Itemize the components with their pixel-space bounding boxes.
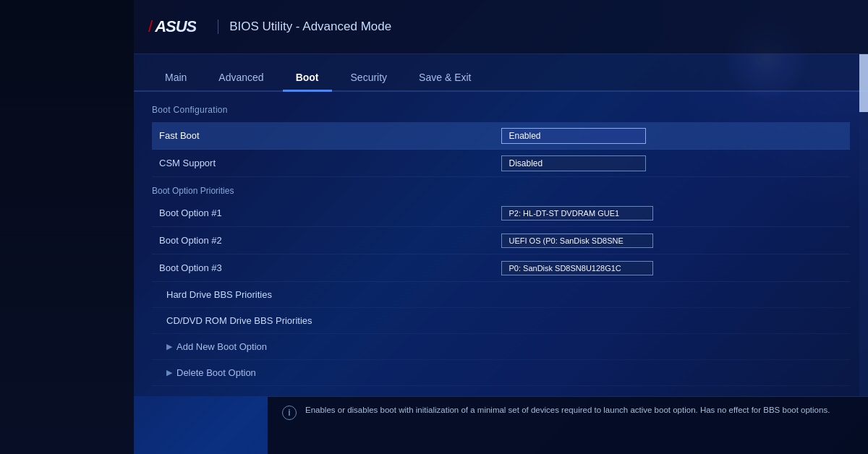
scrollbar[interactable]	[859, 54, 868, 396]
bios-title: BIOS Utility - Advanced Mode	[218, 20, 391, 34]
csm-support-value-cell: Disabled	[501, 155, 851, 171]
boot-opt-1-value[interactable]: P2: HL-DT-ST DVDRAM GUE1	[501, 206, 653, 220]
scrollbar-thumb[interactable]	[859, 54, 868, 112]
add-new-boot-item[interactable]: ▶ Add New Boot Option	[152, 334, 850, 360]
hard-drive-bbs-label: Hard Drive BBS Priorities	[166, 289, 509, 300]
info-text: Enables or disables boot with initializa…	[305, 404, 830, 416]
expand-arrow-icon: ▶	[166, 342, 172, 351]
tab-security[interactable]: Security	[338, 66, 401, 90]
header: / ASUS BIOS Utility - Advanced Mode	[134, 0, 868, 54]
tab-boot[interactable]: Boot	[283, 66, 332, 90]
tab-save-exit[interactable]: Save & Exit	[406, 66, 484, 90]
boot-opt-1-value-cell: P2: HL-DT-ST DVDRAM GUE1	[501, 206, 851, 220]
cddvd-bbs-label: CD/DVD ROM Drive BBS Priorities	[166, 315, 509, 326]
boot-opt-1-label: Boot Option #1	[152, 207, 501, 218]
expand-arrow2-icon: ▶	[166, 368, 172, 377]
info-icon: i	[282, 406, 297, 420]
boot-opt-2-value-cell: UEFI OS (P0: SanDisk SD8SNE	[501, 234, 851, 248]
csm-support-value[interactable]: Disabled	[501, 155, 646, 171]
delete-boot-item[interactable]: ▶ Delete Boot Option	[152, 360, 850, 386]
info-bar: i Enables or disables boot with initiali…	[268, 396, 868, 454]
fast-boot-value-cell: Enabled	[501, 128, 851, 144]
boot-opt-3-label: Boot Option #3	[152, 262, 501, 273]
boot-opt-1-row[interactable]: Boot Option #1 P2: HL-DT-ST DVDRAM GUE1	[152, 200, 850, 227]
nav-tabs: Main Advanced Boot Security Save & Exit	[134, 54, 868, 92]
section2-label: Boot Option Priorities	[152, 186, 850, 196]
boot-opt-2-value[interactable]: UEFI OS (P0: SanDisk SD8SNE	[501, 234, 653, 248]
asus-slash-icon: /	[148, 17, 153, 36]
content-area: Boot Configuration Fast Boot Enabled CSM…	[134, 92, 868, 396]
hard-drive-bbs-item[interactable]: Hard Drive BBS Priorities	[152, 282, 850, 308]
csm-support-row[interactable]: CSM Support Disabled	[152, 150, 850, 177]
fast-boot-label: Fast Boot	[152, 130, 501, 141]
fast-boot-value[interactable]: Enabled	[501, 128, 646, 144]
left-panel	[0, 0, 134, 454]
cddvd-bbs-item[interactable]: CD/DVD ROM Drive BBS Priorities	[152, 308, 850, 334]
csm-support-label: CSM Support	[152, 158, 501, 168]
main-content: / ASUS BIOS Utility - Advanced Mode Main…	[134, 0, 868, 454]
boot-opt-3-value[interactable]: P0: SanDisk SD8SN8U128G1C	[501, 261, 653, 275]
asus-logo-text: ASUS	[155, 17, 196, 36]
fast-boot-row[interactable]: Fast Boot Enabled	[152, 122, 850, 150]
delete-boot-label: Delete Boot Option	[176, 367, 256, 378]
add-new-boot-label: Add New Boot Option	[176, 341, 267, 352]
tab-main[interactable]: Main	[152, 66, 200, 90]
boot-opt-2-row[interactable]: Boot Option #2 UEFI OS (P0: SanDisk SD8S…	[152, 227, 850, 254]
boot-opt-2-label: Boot Option #2	[152, 235, 501, 246]
tab-advanced[interactable]: Advanced	[205, 66, 276, 90]
boot-opt-3-value-cell: P0: SanDisk SD8SN8U128G1C	[501, 261, 851, 275]
asus-logo: / ASUS	[148, 17, 196, 36]
section1-label: Boot Configuration	[152, 105, 850, 115]
screen-wrapper: / ASUS BIOS Utility - Advanced Mode Main…	[0, 0, 868, 454]
boot-opt-3-row[interactable]: Boot Option #3 P0: SanDisk SD8SN8U128G1C	[152, 254, 850, 282]
